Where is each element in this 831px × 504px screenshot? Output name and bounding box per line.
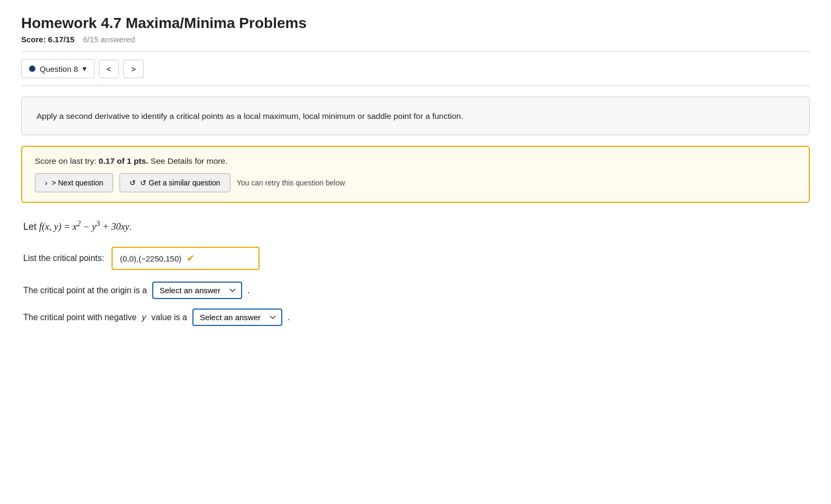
score-row: Score: 6.17/15 6/15 answered (21, 35, 810, 44)
score-box-actions: › > Next question ↺ ↺ Get a similar ques… (35, 173, 796, 192)
question-label: Question 8 (40, 64, 78, 73)
chevron-down-icon: ▾ (82, 64, 87, 73)
neg-y-label-em: y (142, 313, 146, 322)
question-nav: Question 8 ▾ < > (21, 59, 810, 78)
origin-label-post: . (247, 286, 250, 295)
score-box: Score on last try: 0.17 of 1 pts. See De… (21, 146, 810, 203)
critical-points-row: List the critical points: (0,0),(−2250,1… (23, 247, 810, 270)
origin-answer-row: The critical point at the origin is a Se… (23, 282, 810, 299)
score-label: Score: 6.17/15 (21, 35, 75, 44)
page-title: Homework 4.7 Maxima/Minima Problems (21, 15, 810, 32)
neg-y-label-post: . (288, 313, 290, 322)
instruction-text: Apply a second derivative to identify a … (36, 111, 463, 120)
instruction-box: Apply a second derivative to identify a … (21, 97, 810, 135)
refresh-icon: ↺ (130, 179, 136, 187)
origin-answer-select[interactable]: Select an answer local maximum local min… (152, 282, 242, 299)
critical-points-label: List the critical points: (23, 254, 104, 263)
neg-y-label-mid: value is a (151, 313, 187, 322)
bottom-nav-divider (21, 86, 810, 86)
answered-label: 6/15 answered (83, 35, 135, 44)
next-question-button-2[interactable]: › > Next question (35, 173, 113, 192)
checkmark-icon: ✔ (187, 253, 195, 264)
chevron-right-icon: › (45, 179, 48, 187)
neg-y-answer-row: The critical point with negative y value… (23, 309, 810, 326)
question-selector[interactable]: Question 8 ▾ (21, 59, 95, 78)
problem-area: Let f(x, y) = x2 − y3 + 30xy. List the c… (21, 218, 810, 326)
top-divider (21, 51, 810, 52)
critical-points-input[interactable]: (0,0),(−2250,150) ✔ (112, 247, 260, 270)
next-question-button[interactable]: > (123, 60, 144, 78)
score-box-text: Score on last try: 0.17 of 1 pts. See De… (35, 156, 796, 166)
similar-question-button[interactable]: ↺ ↺ Get a similar question (119, 173, 230, 192)
neg-y-label-pre: The critical point with negative (23, 313, 136, 322)
prev-question-button[interactable]: < (99, 60, 119, 78)
question-dot (29, 66, 35, 72)
critical-points-value: (0,0),(−2250,150) (120, 254, 181, 263)
neg-y-answer-select[interactable]: Select an answer local maximum local min… (192, 309, 282, 326)
retry-text: You can retry this question below (237, 179, 345, 187)
origin-label-pre: The critical point at the origin is a (23, 286, 147, 295)
function-line: Let f(x, y) = x2 − y3 + 30xy. (23, 218, 810, 234)
